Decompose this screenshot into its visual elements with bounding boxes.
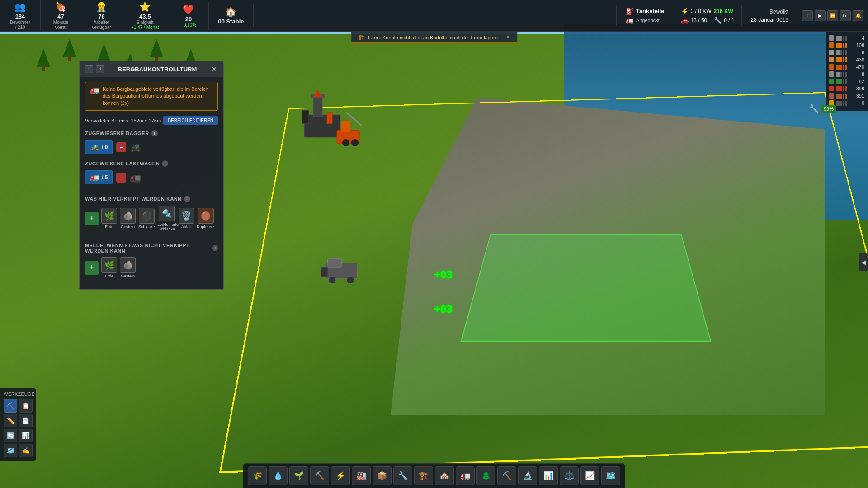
toolbar-btn-14[interactable]: 📊: [539, 466, 558, 485]
warning-text: Keine Bergbaugebiete verfügbar, die im B…: [103, 86, 213, 107]
panel-pause-btn[interactable]: ⏸: [85, 65, 93, 73]
resource-icon-7: [829, 86, 834, 91]
add-dump-material-button[interactable]: +: [85, 212, 99, 225]
unity-icon: ⭐: [139, 1, 151, 12]
resource-row-8: 391: [829, 93, 865, 99]
toolbar-btn-12[interactable]: ⛏️: [497, 466, 516, 485]
tool-btn-1[interactable]: 📋: [19, 399, 33, 413]
notification-bar: 🏗️ Farm: Konnte nicht alles an Kartoffel…: [351, 32, 517, 43]
play-button[interactable]: ▶: [815, 10, 826, 21]
resource-row-1: 108: [829, 42, 865, 48]
resource-row-2: 8: [829, 50, 865, 55]
material-kupfererz[interactable]: 🟤 Kupfererz: [197, 208, 215, 229]
right-scroll-button[interactable]: ◀: [859, 253, 868, 271]
date: 28 Januar 0019: [751, 17, 788, 23]
notify-materials: + 🌿 Erde 🪨 Gestein: [85, 257, 218, 278]
trucks-info-icon[interactable]: i: [162, 160, 168, 167]
resource-icon-3: [829, 57, 834, 62]
toolbar-btn-9[interactable]: 🏘️: [435, 466, 454, 485]
material-abfall[interactable]: 🗑️ Abfall: [179, 208, 194, 229]
notify-gestein[interactable]: 🪨 Gestein: [120, 257, 136, 278]
tool-btn-2[interactable]: ✏️: [4, 414, 17, 427]
excavator-minus-button[interactable]: −: [116, 142, 126, 152]
resource-count-5: 8: [849, 71, 864, 77]
material-erde[interactable]: 🌿 Erde: [101, 208, 117, 229]
toolbar-btn-15[interactable]: ⚖️: [560, 466, 579, 485]
zerkleinerte-icon: 🔩: [159, 206, 175, 221]
excavator-count: / 0: [102, 144, 108, 150]
notify-erde[interactable]: 🌿 Erde: [101, 257, 117, 278]
zerkleinerte-label: zerkleinerte Schlacke: [158, 222, 176, 231]
tool-btn-5[interactable]: 📊: [19, 429, 33, 442]
tools-grid: ⛏️ 📋 ✏️ 📄 🔄 📊 🗺️ ✍️: [4, 399, 33, 457]
toolbar-btn-3[interactable]: 🔨: [310, 466, 329, 485]
schlacke-label: Schlacke: [138, 225, 155, 229]
heart-icon: ❤️: [183, 4, 194, 15]
edit-area-button[interactable]: BEREICH EDITIEREN: [163, 116, 218, 125]
vehicle-icon: 🚗: [681, 17, 689, 24]
add-notify-material-button[interactable]: +: [85, 261, 99, 275]
notify-info-icon[interactable]: i: [212, 245, 218, 251]
material-zerkleinerte[interactable]: 🔩 zerkleinerte Schlacke: [158, 206, 176, 231]
months-sub: vorrat: [55, 25, 67, 30]
gestein-icon: 🪨: [120, 208, 136, 224]
erde-label: Erde: [105, 225, 113, 229]
toolbar-btn-11[interactable]: 🌲: [476, 466, 495, 485]
tool-btn-3[interactable]: 📄: [19, 414, 33, 427]
stat-population: ❤️ 20 +0,10%: [168, 2, 209, 30]
fastest-button[interactable]: ⏭: [840, 10, 851, 21]
stable-icon: 🏠: [225, 6, 236, 17]
excavator-icon: 🚜: [90, 143, 99, 151]
toolbar-btn-17[interactable]: 🗺️: [601, 466, 620, 485]
tool-btn-4[interactable]: 🔄: [4, 429, 17, 442]
pause-button[interactable]: ⏸: [802, 10, 813, 21]
notify-erde-icon: 🌿: [101, 257, 117, 273]
truck-count: / 5: [102, 174, 108, 181]
resource-icon-2: [829, 50, 834, 55]
toolbar-btn-6[interactable]: 📦: [373, 466, 392, 485]
toolbar-btn-7[interactable]: 🔧: [393, 466, 412, 485]
tool-btn-6[interactable]: 🗺️: [4, 444, 17, 457]
svg-rect-10: [321, 267, 328, 277]
sound-button[interactable]: 🔔: [853, 10, 863, 21]
material-gestein[interactable]: 🪨 Gestein: [120, 208, 136, 229]
toolbar-btn-0[interactable]: 🌾: [248, 466, 267, 485]
svg-rect-12: [341, 121, 350, 132]
dump-info-icon[interactable]: i: [184, 196, 190, 202]
trucks-label: ZUGEWIESENE LASTWAGEN i: [85, 160, 218, 167]
truck-counter: 🚛 / 5: [85, 170, 113, 184]
resource-bars-7: [836, 86, 847, 91]
resource-bars-8: [836, 94, 847, 99]
resource-row-0: 4: [829, 35, 865, 41]
area-info-text: Verwalteter Bereich: 152m x 176m: [85, 118, 161, 123]
game-controls: ⏸ ▶ ⏩ ⏭ 🔔: [797, 10, 868, 21]
toolbar-btn-2[interactable]: 🌱: [289, 466, 308, 485]
tool-btn-0[interactable]: ⛏️: [4, 399, 17, 413]
material-schlacke[interactable]: ⚫ Schlacke: [138, 208, 155, 229]
toolbar-btn-1[interactable]: 💧: [269, 466, 288, 485]
panel-close-button[interactable]: ✕: [211, 66, 218, 73]
excavators-info-icon[interactable]: i: [151, 130, 158, 136]
excavators-row: 🚜 / 0 − 🚜: [85, 140, 218, 154]
toolbar-btn-8[interactable]: 🏗️: [414, 466, 433, 485]
resource-bars-2: [836, 50, 847, 55]
resource-count-4: 470: [849, 64, 864, 70]
power-info: ⚡ 0 / 0 KW 216 KW 🚗 13 / 50 🔧 0 / 1: [674, 5, 742, 26]
truck-ghost-icon: 🚛: [130, 172, 141, 183]
toolbar-btn-4[interactable]: ⚡: [331, 466, 350, 485]
panel-info-btn[interactable]: ℹ: [96, 65, 104, 73]
residents-main: 184: [15, 13, 25, 20]
power-row: ⚡ 0 / 0 KW 216 KW: [681, 8, 735, 15]
resource-icon-6: [829, 79, 834, 84]
toolbar-btn-13[interactable]: 🔬: [518, 466, 537, 485]
notify-erde-label: Erde: [105, 274, 113, 278]
truck-minus-button[interactable]: −: [116, 173, 126, 183]
terrain-marker-2: +03: [434, 303, 453, 315]
toolbar-btn-5[interactable]: 🏭: [352, 466, 371, 485]
fast-button[interactable]: ⏩: [827, 10, 838, 21]
toolbar-btn-10[interactable]: 🚛: [456, 466, 475, 485]
food-icon: 🍖: [55, 1, 66, 12]
notification-close[interactable]: ✕: [506, 34, 510, 40]
toolbar-btn-16[interactable]: 📈: [580, 466, 599, 485]
tool-btn-7[interactable]: ✍️: [19, 444, 33, 457]
